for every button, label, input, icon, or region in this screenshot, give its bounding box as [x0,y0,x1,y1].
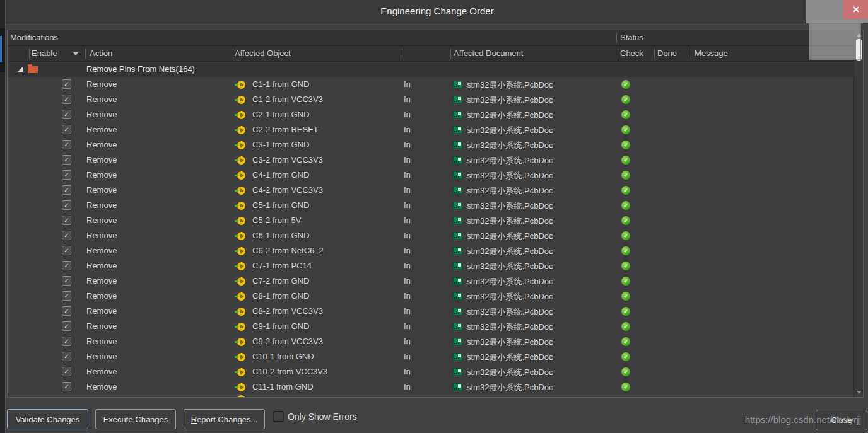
enable-checkbox[interactable]: ✓ [62,79,71,89]
enable-checkbox[interactable]: ✓ [62,352,71,361]
scroll-down-arrow-icon[interactable] [857,391,862,394]
preposition-cell: In [404,246,411,255]
affected-object-cell: C1-2 from VCC3V3 [252,95,323,104]
table-row[interactable]: ✓ Remove C10-2 from VCC3V3 In stm32最小系统.… [8,364,853,379]
enable-checkbox[interactable]: ✓ [62,155,71,165]
enable-checkbox[interactable]: ✓ [62,216,71,225]
execute-changes-button[interactable]: Execute Changes [95,409,176,429]
report-label-rest: eport Changes... [197,415,257,424]
enable-checkbox[interactable]: ✓ [62,125,71,134]
folder-icon [28,66,38,73]
enable-checkbox[interactable]: ✓ [62,337,71,346]
pin-icon [237,202,245,210]
expand-collapse-icon[interactable] [18,67,23,72]
pcb-document-icon [453,262,462,270]
table-row[interactable]: ✓ Remove C6-2 from NetC6_2 In stm32最小系统.… [8,243,853,258]
pin-icon [237,338,245,346]
enable-checkbox[interactable]: ✓ [62,95,71,104]
table-row[interactable]: ✓ Remove C2-2 from RESET In stm32最小系统.Pc… [8,122,853,137]
vertical-scrollbar[interactable] [853,30,863,397]
affected-document-cell: stm32最小系统.PcbDoc [467,79,553,91]
enable-checkbox[interactable]: ✓ [62,200,71,210]
enable-checkbox[interactable]: ✓ [62,185,71,195]
table-row[interactable]: ✓ Remove C8-1 from GND In stm32最小系统.PcbD… [8,289,853,304]
checkbox-check-icon: ✓ [64,338,69,345]
table-row[interactable]: ✓ Remove C3-1 from GND In stm32最小系统.PcbD… [8,137,853,153]
status-header[interactable]: Status [620,33,643,42]
affected-object-cell: C9-1 from GND [252,321,309,331]
table-row[interactable]: ✓ Remove C1-1 from GND In stm32最小系统.PcbD… [8,77,853,92]
column-header-enable[interactable]: Enable [32,49,57,58]
enable-checkbox[interactable]: ✓ [62,261,71,270]
preposition-cell: In [404,140,411,149]
enable-checkbox[interactable]: ✓ [62,110,71,119]
validate-changes-button[interactable]: Validate Changes [7,409,88,429]
pin-icon [237,353,245,361]
column-header-check[interactable]: Check [620,49,643,58]
enable-checkbox[interactable]: ✓ [62,170,71,180]
only-show-errors-checkbox[interactable] [273,411,284,422]
table-row[interactable]: ✓ Remove C9-2 from VCC3V3 In stm32最小系统.P… [8,334,853,349]
report-changes-button[interactable]: Report Changes... [184,409,265,429]
affected-object-cell: C10-2 from VCC3V3 [252,367,327,376]
pin-icon [237,156,245,165]
table-row[interactable]: ✓ Remove C7-2 from GND In stm32最小系统.PcbD… [8,274,853,289]
changes-grid: Modifications Status Enable Action Affec… [7,30,864,398]
enable-checkbox[interactable]: ✓ [62,246,71,255]
column-header-affected-object[interactable]: Affected Object [235,49,291,58]
table-row[interactable]: ✓ Remove C8-2 from VCC3V3 In stm32最小系统.P… [8,304,853,319]
modifications-header[interactable]: Modifications [10,33,58,42]
dialog-titlebar[interactable]: Engineering Change Order ✕ [6,0,868,23]
chevron-down-icon[interactable] [73,52,78,55]
scrollbar-thumb[interactable] [856,39,862,61]
enable-checkbox[interactable]: ✓ [62,306,71,316]
affected-document-cell: stm32最小系统.PcbDoc [467,291,553,303]
check-glyph: ✓ [623,294,628,299]
check-glyph: ✓ [623,384,628,390]
affected-object-cell: C10-1 from GND [252,352,314,361]
check-glyph: ✓ [623,339,628,345]
affected-object-cell: C6-1 from GND [252,231,309,240]
table-row[interactable]: ✓ Remove C4-2 from VCC3V3 In stm32最小系统.P… [8,183,853,198]
table-row[interactable]: ✓ Remove C9-1 from GND In stm32最小系统.PcbD… [8,319,853,334]
column-separator [691,49,691,59]
enable-checkbox[interactable]: ✓ [62,321,71,331]
table-row[interactable]: ✓ Remove C4-1 from GND In stm32最小系统.PcbD… [8,168,853,183]
pin-icon [237,247,245,255]
column-header-row: Enable Action Affected Object Affected D… [8,46,853,62]
table-row[interactable]: ✓ Remove C3-2 from VCC3V3 In stm32最小系统.P… [8,153,853,168]
enable-checkbox[interactable]: ✓ [62,276,71,286]
enable-checkbox[interactable]: ✓ [62,291,71,301]
pcb-document-icon [453,111,462,118]
affected-object-cell: C5-1 from GND [252,200,309,210]
pcb-document-icon [453,383,462,391]
scroll-up-arrow-icon[interactable] [857,33,862,37]
table-row[interactable]: ✓ Remove C6-1 from GND In stm32最小系统.PcbD… [8,228,853,243]
enable-checkbox[interactable]: ✓ [62,231,71,240]
action-cell: Remove [86,382,117,391]
checkbox-check-icon: ✓ [64,217,69,224]
group-row[interactable]: Remove Pins From Nets(164) [8,62,853,77]
table-row[interactable]: ✓ Remove C2-1 from GND In stm32最小系统.PcbD… [8,107,853,122]
checkbox-check-icon: ✓ [64,112,69,118]
action-cell: Remove [86,170,117,180]
column-header-message[interactable]: Message [695,49,728,58]
column-header-affected-document[interactable]: Affected Document [454,49,523,58]
pcb-document-icon [453,277,462,285]
close-dialog-button[interactable]: Close [816,410,867,430]
table-row[interactable]: ✓ Remove C5-2 from 5V In stm32最小系统.PcbDo… [8,213,853,228]
column-separator [29,49,30,59]
close-button[interactable]: ✕ [843,0,868,19]
enable-checkbox[interactable]: ✓ [62,382,71,391]
enable-checkbox[interactable]: ✓ [62,367,71,376]
affected-object-cell: C8-2 from VCC3V3 [252,306,323,316]
table-row[interactable]: ✓ Remove C10-1 from GND In stm32最小系统.Pcb… [8,349,853,364]
table-row[interactable]: ✓ Remove C11-1 from GND In stm32最小系统.Pcb… [8,379,853,395]
enable-checkbox[interactable]: ✓ [62,140,71,149]
column-header-action[interactable]: Action [90,49,112,58]
table-row[interactable]: ✓ Remove C7-1 from PC14 In stm32最小系统.Pcb… [8,258,853,274]
table-row[interactable]: ✓ Remove C5-1 from GND In stm32最小系统.PcbD… [8,198,853,213]
pcb-document-icon [453,353,462,361]
column-header-done[interactable]: Done [657,49,677,58]
table-row[interactable]: ✓ Remove C1-2 from VCC3V3 In stm32最小系统.P… [8,92,853,107]
